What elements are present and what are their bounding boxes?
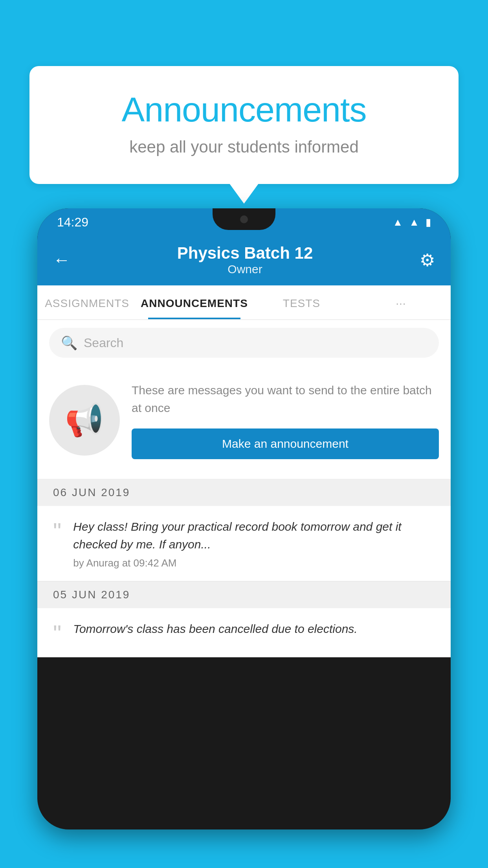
header-subtitle: Owner: [177, 263, 313, 276]
date-separator-1: 06 JUN 2019: [37, 479, 451, 506]
status-bar: 14:29 ▲ ▲ ▮: [37, 208, 451, 236]
search-placeholder: Search: [84, 336, 123, 350]
tab-more[interactable]: ···: [351, 285, 451, 319]
tab-announcements[interactable]: ANNOUNCEMENTS: [137, 285, 252, 319]
quote-icon-2: ": [53, 622, 61, 645]
announcement-item-meta-1: by Anurag at 09:42 AM: [73, 557, 435, 569]
header-center: Physics Batch 12 Owner: [177, 244, 313, 276]
status-time: 14:29: [57, 215, 88, 230]
announcement-item-content-1: Hey class! Bring your practical record b…: [73, 518, 435, 569]
date-separator-2: 05 JUN 2019: [37, 581, 451, 608]
tab-tests[interactable]: TESTS: [252, 285, 351, 319]
header-title: Physics Batch 12: [177, 244, 313, 263]
phone-frame: 14:29 ▲ ▲ ▮ ← Physics Batch 12 Owner ⚙ A…: [37, 208, 451, 829]
battery-icon: ▮: [426, 216, 431, 228]
search-bar-container: 🔍 Search: [37, 320, 451, 366]
settings-icon[interactable]: ⚙: [420, 250, 435, 270]
tab-assignments[interactable]: ASSIGNMENTS: [37, 285, 137, 319]
announcement-item-text-2: Tomorrow's class has been cancelled due …: [73, 620, 435, 638]
notch: [213, 208, 275, 230]
app-header: ← Physics Batch 12 Owner ⚙: [37, 236, 451, 285]
make-announcement-button[interactable]: Make an announcement: [132, 428, 439, 459]
back-button[interactable]: ←: [53, 250, 70, 270]
speech-bubble-container: Announcements keep all your students inf…: [29, 66, 459, 184]
megaphone-icon: 📢: [65, 402, 104, 439]
phone-content: 🔍 Search 📢 These are messages you want t…: [37, 320, 451, 657]
announcement-item-content-2: Tomorrow's class has been cancelled due …: [73, 620, 435, 642]
tabs-bar: ASSIGNMENTS ANNOUNCEMENTS TESTS ···: [37, 285, 451, 320]
announcement-empty-state: 📢 These are messages you want to send to…: [37, 366, 451, 479]
status-icons: ▲ ▲ ▮: [393, 216, 431, 228]
search-icon: 🔍: [61, 335, 77, 351]
quote-icon-1: ": [53, 520, 61, 543]
bubble-subtitle: keep all your students informed: [61, 138, 427, 156]
signal-icon: ▲: [409, 216, 419, 228]
announcement-item-2[interactable]: " Tomorrow's class has been cancelled du…: [37, 608, 451, 657]
speech-bubble: Announcements keep all your students inf…: [29, 66, 459, 184]
bubble-title: Announcements: [61, 90, 427, 130]
phone-container: 14:29 ▲ ▲ ▮ ← Physics Batch 12 Owner ⚙ A…: [37, 208, 451, 868]
search-bar[interactable]: 🔍 Search: [49, 328, 439, 358]
announcement-item-1[interactable]: " Hey class! Bring your practical record…: [37, 506, 451, 581]
camera-dot: [240, 215, 248, 223]
announcement-item-text-1: Hey class! Bring your practical record b…: [73, 518, 435, 553]
wifi-icon: ▲: [393, 216, 403, 228]
announcement-icon-circle: 📢: [49, 385, 120, 456]
announcement-right: These are messages you want to send to t…: [132, 381, 439, 459]
announcement-description: These are messages you want to send to t…: [132, 381, 439, 417]
